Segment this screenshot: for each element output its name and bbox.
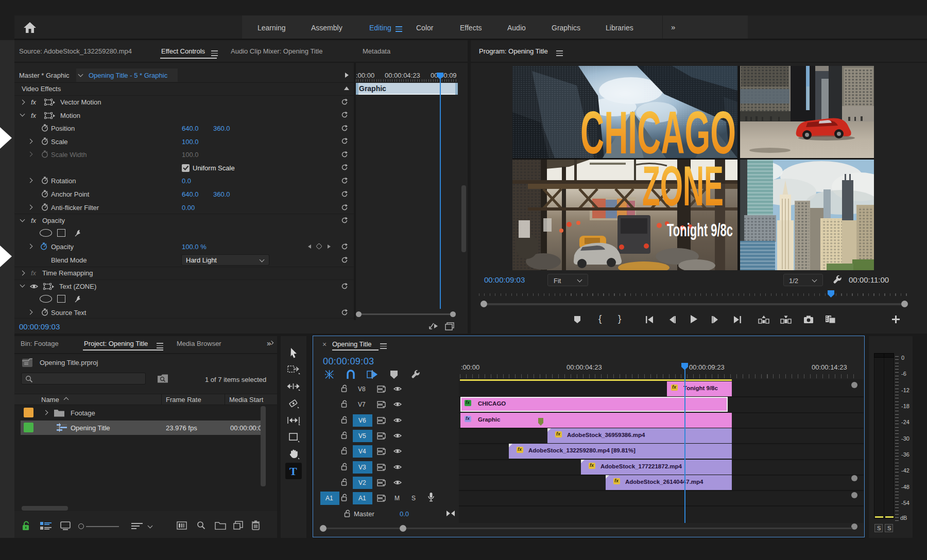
svg-text:CHICAGO: CHICAGO [580, 99, 736, 166]
svg-text:ZONE: ZONE [642, 155, 724, 217]
svg-text:Tonight 9/8c: Tonight 9/8c [667, 220, 733, 240]
